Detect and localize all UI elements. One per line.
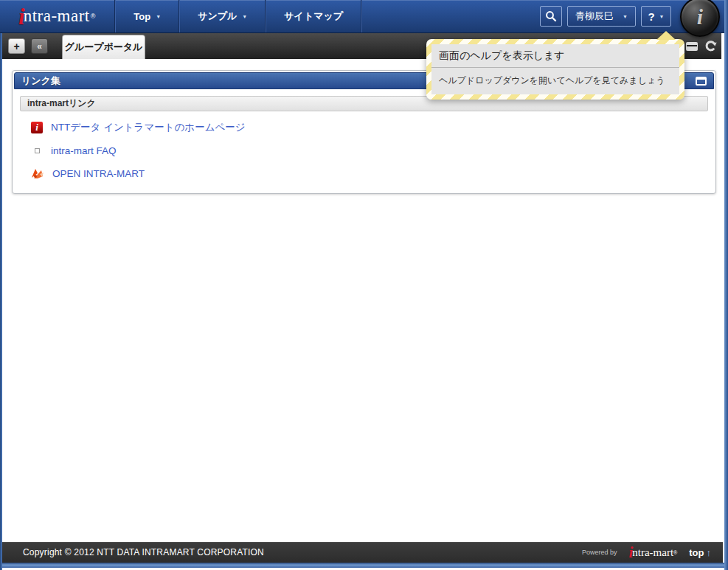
- window-border-bottom: [0, 563, 728, 568]
- portlet-title: リンク集: [21, 74, 60, 88]
- footer-right-cluster: Powered by intra-mart® top ↑: [582, 545, 711, 560]
- tabbar-right-icons: [686, 40, 717, 52]
- tooltip-content: 画面のヘルプを表示します ヘルプドロップダウンを開いてヘルプを見てみましょう: [431, 44, 679, 94]
- main-content: リンク集 intra-martリンク i NTTデータ イントラマートのホームペ…: [2, 59, 724, 542]
- chevron-down-icon: ▼: [623, 14, 628, 19]
- top-navbar: intra-mart® Top ▼ サンプル ▼ サイトマップ 青柳辰巳 ▼ ?…: [0, 0, 724, 33]
- chevron-down-icon: ▼: [242, 14, 247, 19]
- copyright-text: Copyright © 2012 NTT DATA INTRAMART CORP…: [23, 547, 264, 557]
- add-tab-button[interactable]: +: [8, 38, 25, 54]
- page-footer: Copyright © 2012 NTT DATA INTRAMART CORP…: [2, 542, 723, 563]
- intra-mart-mark-icon: i: [697, 4, 703, 29]
- nav-menu-sitemap[interactable]: サイトマップ: [266, 0, 361, 32]
- user-name-label: 青柳辰巳: [575, 10, 614, 23]
- window-border-left: [0, 32, 2, 570]
- help-tooltip: 画面のヘルプを表示します ヘルプドロップダウンを開いてヘルプを見てみましょう: [426, 39, 684, 100]
- up-arrow-icon: ↑: [707, 547, 712, 558]
- link-intramart-homepage[interactable]: NTTデータ イントラマートのホームページ: [51, 121, 246, 134]
- square-bullet-icon: [31, 148, 43, 153]
- powered-by-label: Powered by: [582, 549, 617, 556]
- maximize-portlet-icon[interactable]: [696, 77, 707, 86]
- nav-menu-sample-label: サンプル: [198, 10, 237, 23]
- links-portlet-body: intra-martリンク i NTTデータ イントラマートのホームページ in…: [14, 89, 714, 192]
- search-button[interactable]: [540, 6, 562, 27]
- refresh-icon[interactable]: [704, 40, 717, 52]
- tooltip-title: 画面のヘルプを表示します: [431, 44, 679, 68]
- tooltip-body-text: ヘルプドロップダウンを開いてヘルプを見てみましょう: [431, 68, 679, 94]
- top-label: top: [689, 547, 704, 558]
- nav-menu-top[interactable]: Top ▼: [116, 0, 178, 32]
- intra-mart-logo-text: ntra-mart: [24, 7, 90, 26]
- list-item: i NTTデータ イントラマートのホームページ: [31, 121, 708, 134]
- collapse-tabs-button[interactable]: «: [31, 38, 48, 54]
- nav-menu-top-label: Top: [134, 11, 150, 22]
- user-menu-button[interactable]: 青柳辰巳 ▼: [567, 6, 636, 27]
- chevron-down-icon: ▼: [156, 14, 161, 19]
- footer-logo-text: ntra-mart: [632, 546, 673, 559]
- registered-mark: ®: [673, 550, 677, 555]
- nav-menu-sitemap-label: サイトマップ: [284, 10, 343, 23]
- chevron-down-icon: ▼: [659, 14, 665, 19]
- footer-intra-mart-logo: intra-mart®: [628, 545, 677, 560]
- tab-group-portal[interactable]: グループポータル: [62, 35, 145, 59]
- help-label: ?: [648, 10, 654, 23]
- window-layout-icon[interactable]: [686, 42, 698, 51]
- intra-mart-favicon-icon: i: [31, 122, 43, 133]
- list-item: OPEN INTRA-MART: [31, 167, 708, 180]
- search-icon: [545, 10, 557, 22]
- back-to-top-link[interactable]: top ↑: [689, 547, 711, 558]
- window-border-right: [724, 0, 728, 570]
- nav-menu-sample[interactable]: サンプル ▼: [180, 0, 265, 32]
- help-menu-button[interactable]: ? ▼: [641, 6, 671, 27]
- open-intra-mart-mascot-icon: [31, 167, 44, 179]
- nav-divider: [361, 0, 362, 32]
- link-intramart-faq[interactable]: intra-mart FAQ: [51, 145, 117, 156]
- list-item: intra-mart FAQ: [31, 144, 708, 157]
- link-open-intra-mart[interactable]: OPEN INTRA-MART: [52, 168, 145, 179]
- intra-mart-logo[interactable]: intra-mart®: [0, 0, 114, 32]
- registered-mark: ®: [91, 13, 96, 20]
- tooltip-arrow: [656, 31, 676, 40]
